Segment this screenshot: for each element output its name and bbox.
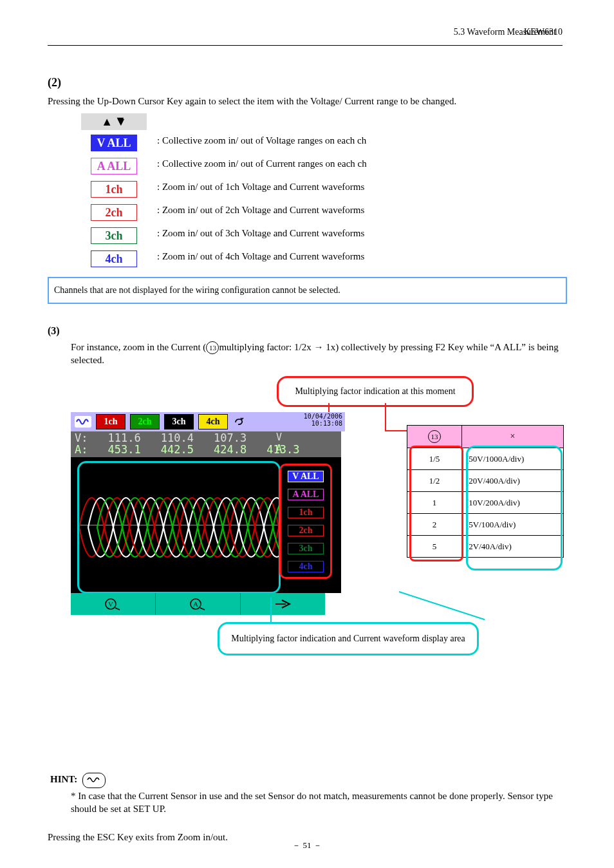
date: 10/04/2006 [304,413,342,420]
range-item-4ch[interactable]: 4ch [81,249,147,269]
range-item-aall[interactable]: A ALL [81,156,147,176]
range-item-vall[interactable]: V ALL [81,133,147,153]
a-label: A: [75,443,88,456]
unit-v: V [276,431,282,443]
screenshot-topbar: 1ch 2ch 3ch 4ch 10/04/2006 10:13:08 [71,412,345,431]
range-side-panel: V ALL A ALL 1ch 2ch 3ch 4ch [279,464,332,579]
tab-1ch[interactable]: 1ch [96,414,126,429]
range-desc-aall: : Collective zoom in/ out of Current ran… [157,158,367,169]
waveform-key-icon [82,773,106,788]
leader-line [385,403,386,430]
table-row: 5(2V/40A/div) [407,535,563,557]
triangle-down-icon: ▼▼ [115,115,127,129]
cell: (50V/1000A/div) [462,448,563,469]
range-item-3ch[interactable]: 3ch [81,225,147,246]
tab-2ch[interactable]: 2ch [130,414,160,429]
side-2ch[interactable]: 2ch [288,525,324,536]
table-row: 1(10V/200A/div) [407,491,563,513]
cell: 1/5 [407,448,462,469]
fkey-v[interactable]: V [71,593,156,615]
table-header-col1: 13 [407,426,462,448]
side-4ch[interactable]: 4ch [288,561,324,572]
v1: 111.6 [95,431,141,444]
callout-text: Multiplying factor indication at this mo… [295,386,455,397]
range-desc-vall: : Collective zoom in/ out of Voltage ran… [157,135,366,146]
current-row: A: 453.1 442.5 424.8 413.3 [75,443,299,456]
device-screenshot: 1ch 2ch 3ch 4ch 10/04/2006 10:13:08 V: 1… [71,412,341,615]
range-desc-3ch: : Zoom in/ out of 3ch Voltage and Curren… [157,228,364,239]
cell: (20V/400A/div) [462,469,563,491]
range-label: V ALL [91,135,137,151]
side-vall[interactable]: V ALL [288,471,324,482]
range-label: 4ch [91,250,137,267]
circled-13-icon: 13 [206,341,219,354]
circled-13-icon: 13 [428,430,441,443]
cell: (5V/100A/div) [462,513,563,535]
range-desc-2ch: : Zoom in/ out of 2ch Voltage and Curren… [157,205,364,216]
screenshot-corner [325,593,341,615]
svg-text:V: V [108,600,113,608]
side-1ch[interactable]: 1ch [288,507,324,518]
a1: 453.1 [95,443,141,456]
chapter-title: 5.3 Waveform Measurement [48,27,556,37]
step2-title: (2) [48,76,61,90]
hint-heading: HINT: [50,773,108,788]
range-label: 2ch [91,204,137,221]
v-label: V: [75,431,88,444]
step3-body-a: For instance, zoom in the Current ( [71,342,206,352]
v3: 107.3 [200,431,247,444]
range-item-1ch[interactable]: 1ch [81,179,147,200]
range-label: 1ch [91,181,137,198]
cell: (10V/200A/div) [462,491,563,513]
step2-text: Pressing the Up-Down Cursor Key again to… [48,95,550,108]
range-label: 3ch [91,227,137,244]
note-box: Channels that are not displayed for the … [48,277,567,304]
callout-multiplying-area: Multiplying factor indication and Curren… [218,622,479,656]
a2: 442.5 [147,443,194,456]
unit-a: A [276,443,282,455]
header-rule [48,45,563,46]
triangle-up-icon: ▲ [101,115,113,129]
function-keys: V A [71,593,325,615]
cell: 2 [407,513,462,535]
fkey-a[interactable]: A [156,593,241,615]
range-label: A ALL [91,158,137,175]
table-row: 2(5V/100A/div) [407,513,563,535]
voltage-row: V: 111.6 110.4 107.3 [75,431,299,444]
range-desc-4ch: : Zoom in/ out of 4ch Voltage and Curren… [157,251,364,262]
svg-text:A: A [193,600,198,608]
step3-title: (3) [48,325,60,337]
side-aall[interactable]: A ALL [288,489,324,500]
readout-bar: V: 111.6 110.4 107.3 V A: 453.1 442.5 42… [71,431,341,457]
table-header-col2: × [462,426,563,448]
fkey-exit[interactable] [241,593,325,615]
multiplying-table: 13 × 1/5(50V/1000A/div) 1/2(20V/400A/div… [407,425,564,558]
callout-text: Multiplying factor indication and Curren… [231,634,465,644]
waveform-plot [77,461,281,594]
hint-label: HINT: [50,774,77,784]
time: 10:13:08 [304,420,342,427]
a3: 424.8 [200,443,247,456]
range-desc-1ch: : Zoom in/ out of 1ch Voltage and Curren… [157,182,364,193]
table-header: 13 × [407,426,563,448]
plug-icon [232,415,247,429]
step3-body: For instance, zoom in the Current (13mul… [71,341,560,367]
cell: 5 [407,535,462,557]
hint-body: * In case that the Current Sensor in use… [71,789,560,816]
range-select-list: ▲ ▼▼ V ALL A ALL 1ch 2ch 3ch 4ch [81,113,147,269]
table-row: 1/5(50V/1000A/div) [407,448,563,469]
waveform-icon [75,416,91,428]
leader-line [270,598,272,622]
cell: (2V/40A/div) [462,535,563,557]
v2: 110.4 [147,431,194,444]
page-footer: － 51 － [0,840,614,851]
datetime: 10/04/2006 10:13:08 [304,413,342,427]
range-item-2ch[interactable]: 2ch [81,202,147,223]
side-3ch[interactable]: 3ch [288,543,324,554]
leader-line [399,591,485,620]
table-row: 1/2(20V/400A/div) [407,469,563,491]
tab-3ch[interactable]: 3ch [164,414,194,429]
range-list-header: ▲ ▼▼ [81,113,147,130]
tab-4ch[interactable]: 4ch [198,414,228,429]
cell: 1 [407,491,462,513]
